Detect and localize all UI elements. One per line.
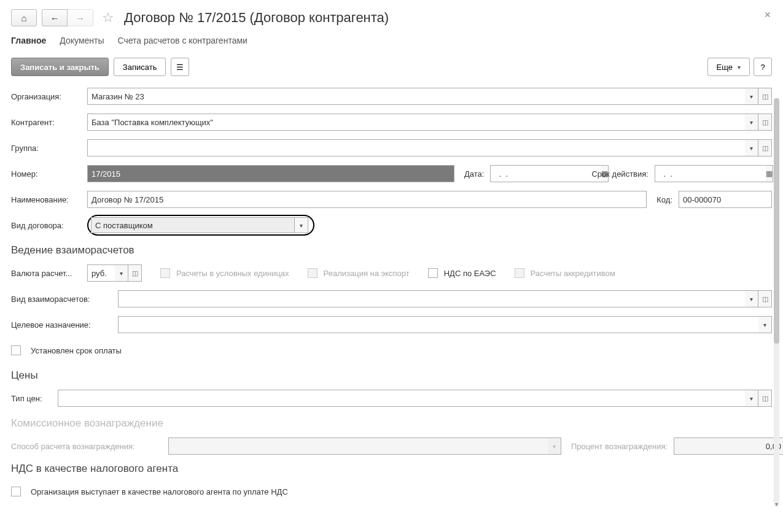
- check-conditional-units: [160, 268, 170, 278]
- label-name: Наименование:: [11, 195, 84, 204]
- label-tax-agent: Организация выступает в качестве налогов…: [31, 487, 288, 496]
- check-tax-agent[interactable]: [11, 487, 21, 496]
- label-currency: Валюта расчет...: [11, 269, 84, 278]
- label-eaes-vat: НДС по ЕАЭС: [444, 269, 496, 278]
- target-purpose-dropdown[interactable]: [758, 316, 772, 333]
- section-prices: Цены: [11, 369, 772, 382]
- help-button[interactable]: ?: [754, 58, 772, 76]
- organization-input[interactable]: [87, 88, 745, 105]
- currency-input[interactable]: [87, 264, 115, 282]
- label-conditional-units: Расчеты в условных единицах: [176, 269, 289, 278]
- section-commission: Комиссионное вознаграждение: [11, 417, 772, 430]
- label-counterparty: Контрагент:: [11, 118, 84, 127]
- scroll-down-icon[interactable]: ▾: [773, 501, 780, 508]
- label-fee-method: Способ расчета вознаграждения:: [11, 442, 165, 451]
- check-export: [308, 268, 317, 278]
- fee-method-input: [168, 438, 548, 455]
- counterparty-dropdown[interactable]: [745, 114, 758, 131]
- label-contract-type: Вид договора:: [11, 221, 84, 230]
- page-title: Договор № 17/2015 (Договор контрагента): [124, 10, 389, 26]
- check-loc: [515, 268, 524, 278]
- tab-documents[interactable]: Документы: [60, 36, 104, 45]
- contract-type-dropdown[interactable]: [295, 217, 308, 233]
- validity-calendar[interactable]: [766, 165, 773, 182]
- label-group: Группа:: [11, 144, 84, 153]
- save-close-button[interactable]: Записать и закрыть: [11, 58, 109, 76]
- settlement-type-dropdown[interactable]: [745, 290, 758, 307]
- tab-accounts[interactable]: Счета расчетов с контрагентами: [118, 36, 247, 45]
- label-organization: Организация:: [11, 92, 84, 101]
- save-button[interactable]: Записать: [114, 58, 166, 76]
- label-date: Дата:: [464, 169, 484, 179]
- group-dropdown[interactable]: [745, 139, 758, 156]
- vertical-scrollbar[interactable]: ▾: [774, 98, 779, 507]
- group-input[interactable]: [87, 139, 745, 156]
- fee-method-dropdown: [548, 438, 561, 455]
- label-target-purpose: Целевое назначение:: [11, 320, 114, 330]
- validity-input[interactable]: [655, 165, 766, 182]
- section-settlements: Ведение взаиморасчетов: [11, 244, 772, 256]
- list-button[interactable]: ☰: [171, 58, 189, 76]
- currency-open[interactable]: [128, 264, 142, 282]
- label-number: Номер:: [11, 169, 84, 179]
- counterparty-open[interactable]: [758, 114, 772, 131]
- home-button[interactable]: ⌂: [11, 9, 37, 26]
- section-vat-agent: НДС в качестве налогового агента: [11, 463, 772, 475]
- label-price-type: Тип цен:: [11, 394, 54, 403]
- code-input[interactable]: [679, 191, 772, 208]
- name-input[interactable]: [87, 191, 647, 208]
- organization-dropdown[interactable]: [745, 88, 758, 105]
- label-loc: Расчеты аккредитивом: [531, 269, 615, 278]
- date-input[interactable]: [490, 165, 601, 182]
- check-payment-term[interactable]: [11, 345, 21, 355]
- close-button[interactable]: ×: [764, 9, 771, 21]
- currency-dropdown[interactable]: [115, 264, 128, 282]
- more-button[interactable]: Еще: [707, 58, 750, 76]
- favorite-icon[interactable]: ☆: [102, 10, 114, 26]
- label-fee-percent: Процент вознаграждения:: [571, 442, 668, 451]
- contract-type-input[interactable]: [91, 217, 295, 233]
- organization-open[interactable]: [758, 88, 772, 105]
- label-code: Код:: [656, 195, 672, 204]
- settlement-type-open[interactable]: [758, 290, 772, 307]
- fee-percent-input: [674, 438, 783, 455]
- label-settlement-type: Вид взаиморасчетов:: [11, 295, 114, 304]
- counterparty-input[interactable]: [87, 114, 745, 131]
- forward-button: →: [68, 9, 93, 26]
- price-type-open[interactable]: [758, 390, 772, 407]
- number-input[interactable]: [87, 165, 454, 182]
- contract-type-highlight: [87, 215, 314, 236]
- price-type-input[interactable]: [58, 390, 745, 407]
- price-type-dropdown[interactable]: [745, 390, 758, 407]
- group-open[interactable]: [758, 139, 772, 156]
- scrollbar-thumb[interactable]: [774, 98, 779, 344]
- back-button[interactable]: ←: [42, 9, 68, 26]
- settlement-type-input[interactable]: [118, 290, 745, 307]
- label-validity: Срок действия:: [591, 169, 649, 179]
- tab-main[interactable]: Главное: [11, 36, 46, 45]
- label-export: Реализация на экспорт: [324, 269, 410, 278]
- check-eaes-vat[interactable]: [428, 268, 438, 278]
- label-payment-term: Установлен срок оплаты: [31, 346, 122, 355]
- target-purpose-input[interactable]: [118, 316, 758, 333]
